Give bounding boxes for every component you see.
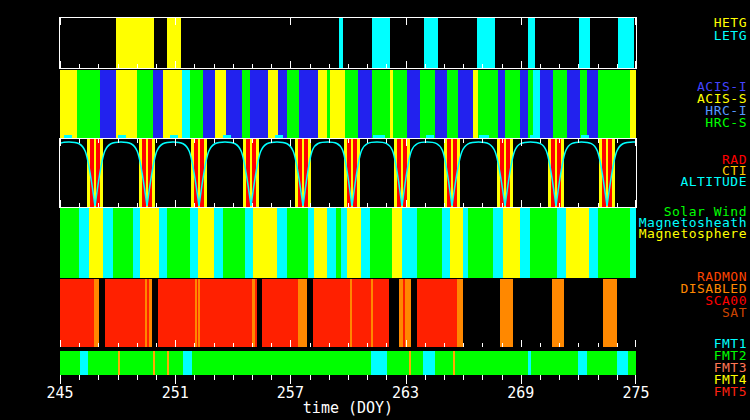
minor-tick [386,203,387,207]
state-segment-orange [350,279,352,347]
state-segment-cyan [618,18,634,68]
state-segment-yellow [140,208,159,278]
hrc-perigee-mark [530,135,538,138]
minor-tick [271,64,272,68]
minor-tick [444,64,445,68]
minor-tick [233,64,234,68]
minor-tick [98,203,99,207]
state-segment-blue [153,70,163,138]
minor-tick [348,343,349,347]
minor-tick [156,343,157,347]
state-segment-blue [299,70,318,138]
state-segment-cyan [214,208,223,278]
state-segment-blue [278,70,287,138]
axis-tick-label: 269 [499,384,543,402]
axis-tick-label: 245 [38,384,82,402]
band-radmon [60,279,636,347]
minor-tick [194,64,195,68]
hrc-perigee-mark [479,135,489,138]
minor-tick [617,64,618,68]
state-segment-green [372,70,390,138]
major-tick [406,340,407,347]
hrc-perigee-mark [373,135,385,138]
hrc-perigee-mark [170,135,178,138]
axis-tick-label: 263 [384,384,428,402]
major-tick [521,200,522,207]
state-segment-green [370,208,392,278]
major-tick [406,139,407,146]
state-segment-yellow [198,208,214,278]
state-segment-green [478,70,498,138]
major-tick [406,18,407,25]
state-segment-yline [153,351,155,375]
state-segment-orange [145,279,147,347]
axis-major-tick [290,375,291,384]
major-tick [60,340,61,347]
axis-minor-tick [156,375,157,380]
axis-minor-tick [233,375,234,380]
state-segment-blue [435,70,447,138]
axis-minor-tick [617,375,618,380]
state-segment-green [223,208,245,278]
state-segment-orange [399,279,403,347]
minor-tick [233,139,234,143]
state-segment-blue [587,70,598,138]
state-segment-blue [100,70,116,138]
axis-minor-tick [137,375,138,380]
axis-minor-tick [348,375,349,380]
state-segment-blue [226,70,242,138]
legend-group-radiation: RADCTIALTITUDE [680,154,747,187]
legend-group-gratings: HETGLETG [714,16,747,42]
state-segment-cyan [423,351,435,375]
state-segment-blue [358,70,372,138]
major-tick [521,139,522,146]
state-segment-yellow [392,208,402,278]
state-segment-yellow [566,208,589,278]
state-segment-yellow [116,18,154,68]
state-segment-black [257,279,262,347]
state-segment-yellow [163,70,182,138]
mission-timeline-chart: 2008 time (DOY) HETGLETGACIS-IACIS-SHRC-… [0,0,750,420]
axis-minor-tick [79,375,80,380]
state-segment-yellow [314,208,327,278]
minor-tick [425,139,426,143]
minor-tick [386,343,387,347]
minor-tick [233,203,234,207]
minor-tick [598,343,599,347]
minor-tick [386,139,387,143]
minor-tick [214,139,215,143]
state-segment-cyan [533,70,540,138]
legend-label-altitude: ALTITUDE [680,176,747,187]
state-segment-blue [520,70,528,138]
minor-tick [79,203,80,207]
state-segment-cyan [371,351,387,375]
major-tick [60,139,61,146]
state-segment-black [463,279,500,347]
major-tick [60,18,61,25]
state-segment-yellow [215,70,226,138]
axis-tick-label: 257 [268,384,312,402]
state-segment-cyan [183,351,192,375]
minor-tick [463,203,464,207]
state-segment-black [152,279,158,347]
legend-label-magnetosphere: Magnetosphere [639,228,747,239]
state-segment-cyan [630,208,636,278]
state-segment-cyan [402,208,417,278]
minor-tick [329,64,330,68]
minor-tick [214,343,215,347]
minor-tick [310,343,311,347]
axis-minor-tick [367,375,368,380]
legend-group-region: Solar WindMagnetosheathMagnetosphere [639,206,747,239]
x-axis [60,375,637,385]
band-telemetry-format [60,351,636,375]
state-segment-cyan [477,18,495,68]
band-solar-wind-region [60,208,636,278]
state-segment-cyan [528,351,531,375]
state-segment-cyan [528,18,535,68]
state-segment-green [447,70,458,138]
major-tick [290,18,291,25]
state-segment-yellow [318,70,327,138]
minor-tick [271,139,272,143]
altitude-curve [60,139,636,207]
state-segment-green [598,70,630,138]
